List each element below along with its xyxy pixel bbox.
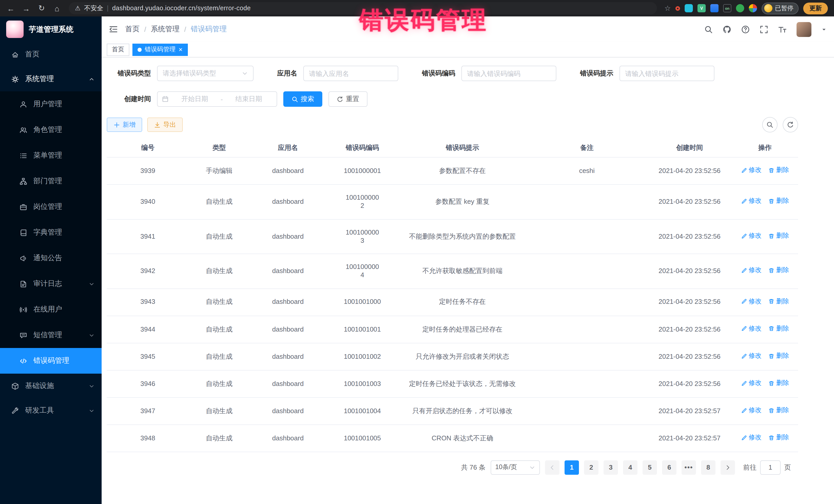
edit-link[interactable]: 修改 [741,197,761,205]
edit-link[interactable]: 修改 [741,166,761,174]
address-bar[interactable]: ⚠ 不安全 | dashboard.yudao.iocoder.cn/syste… [69,2,657,14]
pagination-bar: 共 76 条 10条/页 123456•••8 前往 页 [107,460,791,475]
extensions-puzzle-icon[interactable] [749,4,757,12]
error-hint-input[interactable] [619,66,715,81]
error-type-select[interactable]: 请选择错误码类型 [157,66,254,81]
tags-view-bar: 首页 错误码管理 [102,42,834,58]
bookmark-star-icon[interactable]: ☆ [664,4,671,12]
sidebar-submenu-item[interactable]: 通知公告 [0,245,102,271]
delete-link[interactable]: 删除 [769,352,789,360]
delete-link[interactable]: 删除 [769,434,789,442]
page-button[interactable]: 4 [623,460,637,475]
sidebar-menu-item[interactable]: 首页 [0,42,102,67]
home-button[interactable]: ⌂ [50,2,64,15]
edit-link[interactable]: 修改 [741,298,761,305]
cell-type: 手动编辑 [189,157,249,184]
delete-link[interactable]: 删除 [769,197,789,205]
reload-button[interactable]: ↻ [35,2,48,15]
cell-error-hint: 只允许修改为开启或者关闭状态 [398,343,527,370]
fullscreen-icon[interactable] [760,25,768,34]
sidebar-submenu-item[interactable]: 短信管理 [0,322,102,348]
page-button[interactable]: 1 [565,460,579,475]
sidebar-submenu-item[interactable]: 在线用户 [0,297,102,322]
export-button[interactable]: 导出 [147,117,183,132]
github-icon[interactable] [723,25,731,34]
delete-link[interactable]: 删除 [769,379,789,387]
extension-icon-blue[interactable] [710,4,719,12]
sidebar-submenu-item[interactable]: 字典管理 [0,220,102,245]
cell-memo [527,288,647,316]
prev-page-button[interactable] [545,460,559,475]
tab-error-code[interactable]: 错误码管理 [132,43,188,56]
edit-link[interactable]: 修改 [741,325,761,333]
add-button[interactable]: 新增 [107,117,142,132]
page-button[interactable]: 5 [642,460,657,475]
cell-actions: 修改 删除 [732,397,798,425]
delete-link[interactable]: 删除 [769,232,789,240]
goto-page-input[interactable] [760,460,781,475]
search-icon[interactable] [704,25,713,34]
error-code-input[interactable] [461,66,556,81]
profile-paused-badge[interactable]: 已暂停 [762,2,798,14]
breadcrumb-item-home[interactable]: 首页 [125,25,139,34]
create-time-range-picker[interactable]: 开始日期 - 结束日期 [157,91,277,107]
sidebar-submenu: 用户管理 角色管理 菜单管理 部门管理 岗位管理 字典管理 通知公告 审计日志 … [0,91,102,374]
app-logo [6,21,24,38]
sidebar-submenu-item[interactable]: 错误码管理 [0,348,102,374]
extension-icon-on[interactable]: on [723,4,731,12]
sidebar-menu-item[interactable]: 研发工具 [0,398,102,423]
delete-link[interactable]: 删除 [769,298,789,305]
edit-link[interactable]: 修改 [741,379,761,387]
extension-icon-red-ring[interactable] [675,6,680,10]
extension-icon-green[interactable] [736,4,744,12]
help-icon[interactable] [741,25,750,34]
sidebar-menu-item[interactable]: 系统管理 [0,67,102,91]
sidebar-submenu-item[interactable]: 审计日志 [0,271,102,297]
more-pages-button[interactable]: ••• [682,460,696,475]
cell-create-time: 2021-04-20 23:52:56 [647,316,732,343]
sidebar-menu-item[interactable]: 基础设施 [0,374,102,398]
sidebar-submenu-item[interactable]: 部门管理 [0,168,102,194]
sidebar-submenu-item[interactable]: 岗位管理 [0,194,102,220]
extension-icon-teal[interactable] [685,4,693,12]
back-button[interactable]: ← [4,2,18,15]
caret-down-icon[interactable] [821,26,827,32]
extension-icon-vue[interactable]: V [698,4,706,12]
font-size-icon[interactable] [778,25,787,34]
breadcrumb-item-system[interactable]: 系统管理 [151,25,180,34]
edit-link[interactable]: 修改 [741,267,761,275]
cell-type: 自动生成 [189,316,249,343]
delete-link[interactable]: 删除 [769,407,789,414]
next-page-button[interactable] [721,460,735,475]
cell-create-time: 2021-04-20 23:52:56 [647,370,732,397]
avatar[interactable] [796,22,811,37]
reset-button[interactable]: 重置 [328,91,368,107]
sidebar-submenu-item[interactable]: 菜单管理 [0,143,102,168]
sidebar-collapse-button[interactable] [109,25,118,34]
toggle-search-button[interactable] [762,117,777,132]
app-name-input[interactable] [303,66,398,81]
edit-link[interactable]: 修改 [741,232,761,240]
sidebar-submenu-item[interactable]: 角色管理 [0,117,102,143]
tab-home[interactable]: 首页 [107,43,129,56]
edit-icon [741,407,747,413]
cell-type: 自动生成 [189,254,249,288]
delete-link[interactable]: 删除 [769,166,789,174]
page-button[interactable]: 8 [701,460,716,475]
logo-row[interactable]: 芋道管理系统 [0,17,102,42]
browser-update-button[interactable]: 更新 [803,2,828,14]
page-button[interactable]: 3 [603,460,618,475]
sidebar-submenu-item[interactable]: 用户管理 [0,91,102,117]
edit-link[interactable]: 修改 [741,407,761,414]
page-size-select[interactable]: 10条/页 [491,460,540,475]
page-button[interactable]: 2 [584,460,598,475]
tab-close-icon[interactable] [179,46,182,53]
edit-link[interactable]: 修改 [741,434,761,442]
page-button[interactable]: 6 [662,460,676,475]
delete-link[interactable]: 删除 [769,325,789,333]
refresh-table-button[interactable] [783,117,798,132]
forward-button[interactable]: → [20,2,33,15]
edit-link[interactable]: 修改 [741,352,761,360]
search-button[interactable]: 搜索 [283,91,322,107]
delete-link[interactable]: 删除 [769,267,789,275]
